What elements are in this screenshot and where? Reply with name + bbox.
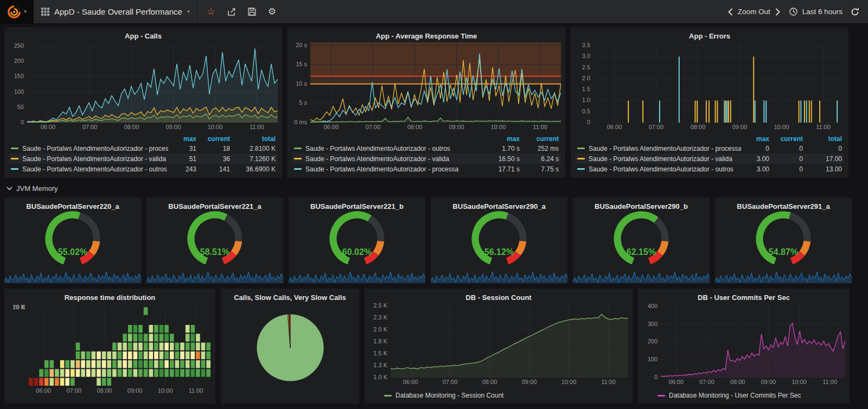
zoom-out-right-chevron-icon[interactable] [775,8,780,16]
legend-column-header: total [230,135,276,143]
dashboard-picker[interactable]: AppD - Saude Overall Performance ▾ [34,0,197,23]
row-jvm-gauges: BUSaudePortalServer220_a55.02%BUSaudePor… [4,197,868,283]
x-tick-label: 10:00 [205,124,226,130]
y-tick-label: 1.5 K [373,350,387,356]
section-jvm-memory[interactable]: JVM Memory [7,183,868,193]
star-icon[interactable]: ☆ [207,6,215,17]
pie-svg[interactable] [250,307,331,388]
gauge-arc [324,209,390,268]
grafana-logo[interactable]: ▾ [0,0,34,24]
x-tick-label: 08:00 [727,379,749,385]
panel-title[interactable]: Calls, Slow Calls, Very Slow Calls [225,293,355,304]
legend-value: 17.71 s [485,165,520,173]
panel-title[interactable]: App - Errors [575,31,844,42]
y-tick-label: 300 [648,321,658,327]
save-icon[interactable] [248,8,256,16]
gauge-value-label: 54.87% [715,247,852,257]
x-tick-label: 08:00 [479,379,501,385]
y-tick-label: 3.5 [582,42,590,48]
legend-row[interactable]: Saude - Portalws AtendimentoAutorizador … [292,154,561,164]
legend-series-label[interactable]: Database Monitoring - User Commits Per S… [669,392,801,399]
legend-value: 36.6900 K [230,165,276,173]
legend-row[interactable]: Saude - Portalws AtendimentoAutorizador … [575,143,844,154]
legend-value: 1.70 s [485,145,520,152]
legend-value: 0 [769,165,803,173]
legend-row[interactable]: Saude - Portalws AtendimentoAutorizador … [575,164,844,174]
legend-series-label[interactable]: Saude - Portalws AtendimentoAutorizador … [589,155,741,163]
gauge-value-label: 55.02% [4,247,141,257]
x-tick-label: 11:00 [819,379,841,385]
legend: Database Monitoring - User Commits Per S… [642,389,845,399]
x-axis: 06:0007:0008:0009:0010:0011:00 [593,123,844,131]
legend-series-label[interactable]: Saude - Portalws AtendimentoAutorizador … [305,155,485,163]
panel-title[interactable]: Response time distribution [9,293,211,304]
legend-value: 0 [803,145,842,152]
gauge-value-label: 60.02% [289,247,425,257]
legend-row[interactable]: Saude - Portalws AtendimentoAutorizador … [575,154,844,164]
legend-row[interactable]: Saude - Portalws AtendimentoAutorizador … [9,143,278,154]
panel-title[interactable]: App - Calls [9,31,278,42]
legend-series-label[interactable]: Saude - Portalws AtendimentoAutorizador … [22,145,168,152]
legend-row[interactable]: Saude - Portalws AtendimentoAutorizador … [9,164,278,174]
y-axis: 20 K15 K10 K5 K0 [9,304,28,386]
y-tick-label: 100 [14,88,24,95]
legend-row[interactable]: Saude - Portalws AtendimentoAutorizador … [292,164,561,174]
legend-row[interactable]: Database Monitoring - Session Count [369,392,628,399]
chart-svg-app-calls[interactable] [27,42,278,123]
y-tick-label: 0 [22,304,25,310]
gear-icon[interactable]: ⚙ [268,6,276,17]
legend-series-label[interactable]: Saude - Portalws AtendimentoAutorizador … [589,165,741,173]
y-tick-label: 2.0 [582,75,590,81]
panel-title[interactable]: App - Average Response Time [292,31,561,42]
x-tick-label: 07:00 [439,379,461,385]
x-tick-label: 09:00 [729,124,750,130]
panel-title[interactable]: DB - User Commits Per Sec [642,293,845,304]
time-range-picker[interactable]: Last 6 hours [802,8,843,16]
zoom-out-button[interactable]: Zoom Out [738,8,770,16]
y-tick-label: 250 [14,42,24,49]
legend-series-label[interactable]: Saude - Portalws AtendimentoAutorizador … [22,165,168,173]
plot-area [310,42,561,123]
memory-sparkline [289,270,425,283]
panel-app-response-time: App - Average Response Time20 s15 s10 s5… [288,27,565,178]
y-tick-label: 400 [648,303,658,309]
dashboard-body: App - Calls25020015010050006:0007:0008:0… [0,24,868,404]
legend-series-dash [11,168,18,170]
memory-sparkline [146,270,283,283]
chevron-down-icon [7,187,12,190]
y-tick-label: 200 [14,57,24,64]
y-axis: 250200150100500 [9,42,27,123]
chart-area-app-errors: 3.53.02.52.01.51.00.50 [575,42,844,123]
gauge-value-label: 62.15% [573,247,710,257]
y-tick-label: 5 s [299,99,307,106]
heatmap-svg[interactable] [28,304,211,386]
legend-value: 31 [168,145,196,152]
legend-series-dash [577,148,585,149]
dashboard-title: AppD - Saude Overall Performance [54,7,182,16]
legend-series-label[interactable]: Saude - Portalws AtendimentoAutorizador … [22,155,168,163]
dashboard-grid-icon [41,8,49,16]
y-tick-label: 100 [648,356,658,362]
chart-area-app-response-time: 20 s15 s10 s5 s0 ms [292,42,561,123]
legend-series-label[interactable]: Database Monitoring - Session Count [395,392,503,399]
panel-db-user-commits: DB - User Commits Per Sec400300200100006… [638,289,850,404]
chart-svg-db-user-commits[interactable] [661,304,845,378]
legend-series-label[interactable]: Saude - Portalws AtendimentoAutorizador … [305,165,485,173]
legend-row[interactable]: Saude - Portalws AtendimentoAutorizador … [292,143,561,154]
chart-svg-app-response-time[interactable] [310,42,561,123]
chart-svg-app-errors[interactable] [593,42,844,123]
chart-svg-db-session-count[interactable] [391,304,628,378]
y-tick-label: 1.0 [582,97,590,103]
legend-series-label[interactable]: Saude - Portalws AtendimentoAutorizador … [305,145,485,152]
legend-series-label[interactable]: Saude - Portalws AtendimentoAutorizador … [589,145,741,152]
refresh-icon[interactable] [851,8,859,16]
x-tick-label: 07:00 [646,124,667,130]
section-jvm-memory-label: JVM Memory [16,184,58,193]
zoom-out-left-chevron-icon[interactable] [728,8,733,16]
y-axis: 4003002001000 [642,304,661,378]
share-icon[interactable] [227,8,236,16]
panel-title[interactable]: DB - Session Count [369,293,628,304]
legend-row[interactable]: Saude - Portalws AtendimentoAutorizador … [9,154,278,164]
legend-row[interactable]: Database Monitoring - User Commits Per S… [642,392,845,399]
x-tick-label: 11:00 [529,124,551,130]
